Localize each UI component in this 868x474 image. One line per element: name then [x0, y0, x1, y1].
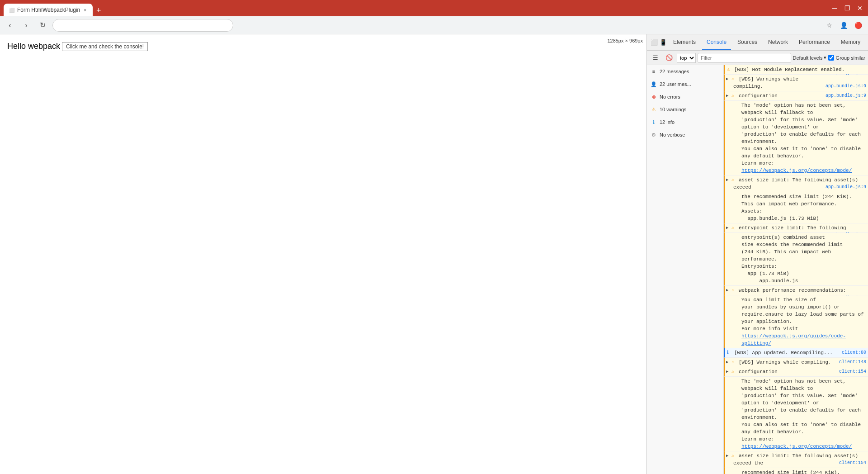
log-entry-detail: entrypoint(s) combined asset size exceed…: [724, 233, 868, 286]
expand-arrow-icon[interactable]: ▶: [726, 76, 728, 83]
warning-icon: ⚠: [731, 176, 734, 184]
code-splitting-link[interactable]: https://webpack.js.org/guides/code-split…: [741, 333, 846, 346]
console-clear-button[interactable]: 🚫: [663, 52, 675, 64]
sidebar-verbose-label: No verbose: [660, 132, 685, 137]
forward-button[interactable]: ›: [20, 19, 33, 32]
user-icon: 👤: [651, 81, 657, 87]
file-ref[interactable]: client:154: [839, 368, 866, 375]
file-ref[interactable]: client:154: [839, 460, 866, 467]
log-entry: ▶ ⚠ configuration client:154: [724, 367, 868, 377]
reload-button[interactable]: ↻: [36, 19, 49, 32]
warning-icon: ⚠: [731, 76, 734, 83]
expand-arrow-icon[interactable]: ▶: [726, 176, 728, 184]
log-entry-detail: recommended size limit (244 KiB). This c…: [724, 468, 868, 474]
sidebar-item-info[interactable]: ℹ 12 info: [647, 116, 723, 128]
info-icon: ℹ: [727, 349, 729, 356]
learn-more-link[interactable]: https://webpack.js.org/concepts/mode/: [741, 168, 852, 173]
browser-window: ⬜ Form HtmlWebpackPlugin × + ─ ❐ ✕ ‹ › ↻…: [0, 0, 868, 474]
tab-close-button[interactable]: ×: [83, 7, 87, 14]
expand-arrow-icon[interactable]: ▶: [726, 224, 728, 232]
warning-icon: ⚠: [727, 66, 730, 73]
log-detail-text: the recommended size limit (244 KiB). Th…: [741, 194, 852, 221]
file-ref[interactable]: client:148: [839, 359, 866, 366]
tab-title: Form HtmlWebpackPlugin: [17, 7, 80, 13]
address-bar-icons: ☆ 👤 🔴: [823, 19, 864, 32]
title-bar: ⬜ Form HtmlWebpackPlugin × + ─ ❐ ✕: [0, 0, 868, 16]
log-entry: ▶ ⚠ asset size limit: The following asse…: [724, 451, 868, 468]
file-ref[interactable]: app.bundle.js:9: [826, 184, 866, 191]
back-button[interactable]: ‹: [4, 19, 16, 32]
log-detail-text: recommended size limit (244 KiB). This c…: [741, 470, 840, 474]
expand-arrow-icon[interactable]: ▶: [726, 359, 728, 366]
context-selector[interactable]: top: [677, 53, 696, 63]
expand-arrow-icon[interactable]: ▶: [726, 452, 728, 460]
console-filter-input[interactable]: [698, 53, 791, 63]
log-text: [WDS] Warnings while compiling.: [739, 360, 831, 365]
devtools-device-button[interactable]: 📱: [660, 37, 667, 48]
log-detail-text: The 'mode' option has not been set, webp…: [741, 103, 861, 173]
click-me-button[interactable]: Click me and check the console!: [62, 42, 148, 51]
console-main: ≡ 22 messages 👤 22 user mes... ⊗ No erro…: [647, 65, 868, 474]
expand-arrow-icon[interactable]: ▶: [726, 368, 728, 375]
restore-button[interactable]: ❐: [843, 5, 852, 12]
devtools-toolbar: ⬜ 📱 Elements Console Sources Network Per…: [647, 34, 868, 51]
log-entry-detail: The 'mode' option has not been set, webp…: [724, 377, 868, 451]
page-hello: Hello webpack Click me and check the con…: [7, 42, 639, 51]
group-similar-checkbox[interactable]: [828, 55, 834, 61]
log-text: entrypoint size limit: The following: [739, 225, 846, 231]
new-tab-button[interactable]: +: [93, 6, 105, 15]
file-ref[interactable]: client:80: [842, 349, 866, 356]
log-entry-detail: the recommended size limit (244 KiB). Th…: [724, 192, 868, 223]
close-button[interactable]: ✕: [855, 5, 864, 12]
log-entry: ▶ ⚠ webpack performance recommendations:…: [724, 286, 868, 295]
warning-icon: ⚠: [731, 452, 734, 460]
log-entry-detail: You can limit the size of your bundles b…: [724, 295, 868, 348]
log-entry-detail: The 'mode' option has not been set, webp…: [724, 101, 868, 175]
tab-network[interactable]: Network: [764, 34, 793, 50]
console-log-area: ⚠ [WDS] Hot Module Replacement enabled. …: [724, 65, 868, 474]
active-tab[interactable]: ⬜ Form HtmlWebpackPlugin ×: [4, 4, 93, 16]
file-ref[interactable]: app.bundle.js:9: [826, 92, 866, 100]
file-ref[interactable]: app.bundle.js:9: [826, 83, 866, 90]
log-text: [WDS] Warnings while compiling.: [733, 76, 798, 89]
sidebar-info-label: 12 info: [660, 119, 675, 125]
warning-icon: ⚠: [731, 287, 734, 294]
warning-icon: ⚠: [731, 368, 734, 375]
sidebar-item-warnings[interactable]: ⚠ 10 warnings: [647, 103, 723, 116]
tab-memory[interactable]: Memory: [836, 34, 865, 50]
sidebar-item-all-messages[interactable]: ≡ 22 messages: [647, 65, 723, 78]
sidebar-item-user-messages[interactable]: 👤 22 user mes...: [647, 78, 723, 90]
page-content: Hello webpack Click me and check the con…: [0, 34, 646, 474]
devtools-panel: ⬜ 📱 Elements Console Sources Network Per…: [646, 34, 868, 474]
extension-button[interactable]: 🔴: [852, 19, 864, 32]
default-levels-button[interactable]: Default levels ▾: [793, 55, 826, 61]
minimize-button[interactable]: ─: [830, 5, 839, 12]
sidebar-item-errors[interactable]: ⊗ No errors: [647, 90, 723, 103]
dimensions-badge: 1285px × 969px: [607, 38, 643, 43]
expand-arrow-icon[interactable]: ▶: [726, 287, 728, 294]
tab-sources[interactable]: Sources: [733, 34, 762, 50]
log-text: [WDS] Hot Module Replacement enabled.: [734, 67, 844, 72]
learn-more-link-2[interactable]: https://webpack.js.org/concepts/mode/: [741, 444, 852, 449]
log-entry: ⚠ [WDS] Hot Module Replacement enabled. …: [724, 65, 868, 75]
log-text: configuration: [739, 369, 778, 374]
log-detail-text: You can limit the size of your bundles b…: [741, 297, 864, 346]
log-entry: ℹ [WDS] App updated. Recompiling... clie…: [724, 348, 868, 358]
warning-icon: ⚠: [731, 92, 734, 100]
error-circle-icon: ⊗: [651, 94, 657, 100]
log-entry: ▶ ⚠ entrypoint size limit: The following…: [724, 223, 868, 233]
sidebar-user-messages-label: 22 user mes...: [660, 81, 691, 87]
sidebar-warnings-label: 10 warnings: [660, 107, 686, 112]
console-sidebar-toggle[interactable]: ☰: [650, 52, 661, 64]
bookmark-button[interactable]: ☆: [823, 19, 835, 32]
profile-button[interactable]: 👤: [837, 19, 850, 32]
address-input[interactable]: [52, 19, 233, 32]
sidebar-item-verbose[interactable]: ⚙ No verbose: [647, 128, 723, 141]
window-controls: ─ ❐ ✕: [830, 5, 864, 12]
sidebar-errors-label: No errors: [660, 94, 680, 100]
tab-elements[interactable]: Elements: [669, 34, 700, 50]
expand-arrow-icon[interactable]: ▶: [726, 92, 728, 100]
tab-console[interactable]: Console: [702, 34, 731, 50]
devtools-inspect-button[interactable]: ⬜: [651, 37, 658, 48]
tab-performance[interactable]: Performance: [794, 34, 835, 50]
